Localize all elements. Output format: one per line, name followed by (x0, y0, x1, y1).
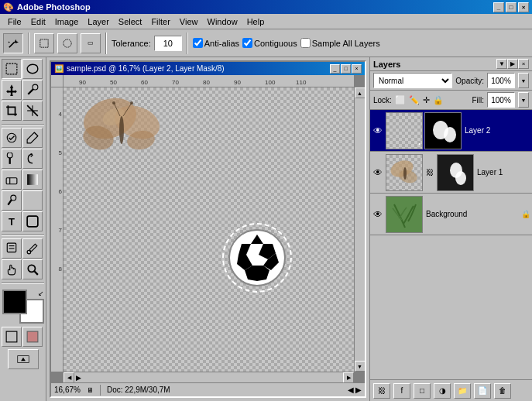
layer-new-btn[interactable]: 📄 (474, 383, 491, 399)
opacity-input[interactable] (487, 73, 515, 88)
svg-marker-30 (21, 358, 26, 361)
layer-mask-btn[interactable]: □ (414, 383, 431, 399)
switch-colors-icon[interactable]: ↙ (38, 290, 44, 297)
antialias-checkbox[interactable] (193, 38, 203, 48)
sample-all-checkbox[interactable] (300, 38, 311, 48)
menu-window[interactable]: Window (203, 15, 242, 28)
single-column-btn[interactable]: ▭ (81, 33, 101, 53)
layer-item-2[interactable]: 👁 • Layer 2 (370, 110, 532, 152)
menu-image[interactable]: Image (50, 15, 84, 28)
doc-close[interactable]: × (352, 64, 362, 74)
text-tool[interactable]: T (2, 211, 22, 231)
eraser-tool[interactable] (2, 170, 22, 190)
layers-menu-btn[interactable]: ▶ (507, 59, 518, 69)
rect-marquee-btn[interactable] (34, 33, 54, 53)
layers-collapse-btn[interactable]: ▼ (496, 59, 507, 69)
menu-select[interactable]: Select (114, 15, 147, 28)
menu-file[interactable]: File (3, 15, 26, 28)
prev-btn[interactable]: ◀ (348, 386, 354, 394)
foreground-color[interactable] (2, 290, 27, 314)
lock-label: Lock: (373, 96, 392, 105)
options-toolbar: ✦ ▭ Tolerance: Anti-alias Contiguous Sam… (0, 29, 532, 57)
menu-help[interactable]: Help (242, 15, 269, 28)
scroll-up-btn[interactable]: ▲ (355, 87, 366, 98)
color-picker[interactable]: ↙ (2, 290, 44, 324)
opacity-arrow[interactable]: ▼ (518, 73, 529, 88)
tolerance-input[interactable] (154, 36, 182, 51)
layer-2-thumbnail: • (386, 112, 423, 149)
layer-item-1[interactable]: 👁 ⛓ Layer 1 (370, 152, 532, 194)
quick-mask-mode[interactable] (22, 327, 43, 347)
menu-filter[interactable]: Filter (146, 15, 174, 28)
magic-wand-tool[interactable]: ✦ (3, 33, 23, 53)
scrollbar-horizontal[interactable]: ◀ ▶ ▶ (63, 372, 354, 382)
doc-maximize[interactable]: □ (341, 64, 351, 74)
layers-close-btn[interactable]: × (518, 59, 529, 69)
contiguous-label: Contiguous (254, 39, 297, 48)
svg-point-40 (130, 101, 133, 105)
move-tool[interactable] (2, 80, 22, 100)
fill-arrow[interactable]: ▼ (518, 92, 529, 108)
dodge-tool[interactable] (2, 190, 22, 211)
layer-trash-btn[interactable]: 🗑 (494, 383, 511, 399)
minimize-button[interactable]: _ (493, 2, 504, 12)
canvas[interactable] (63, 87, 354, 372)
layer-link-btn[interactable]: ⛓ (373, 383, 390, 399)
lock-transparent-icon[interactable]: ⬜ (395, 95, 406, 105)
lock-position-icon[interactable]: ✛ (423, 95, 430, 105)
standard-mode[interactable] (2, 327, 22, 347)
fill-input[interactable] (487, 92, 515, 108)
scroll-right-btn[interactable]: ▶ (343, 372, 354, 383)
close-button[interactable]: × (518, 2, 529, 12)
ruler-vertical: 4 5 6 7 8 (51, 87, 63, 372)
history-brush[interactable] (22, 149, 43, 169)
separator-2 (105, 33, 107, 54)
scroll-left-btn[interactable]: ◀ (63, 372, 74, 383)
lock-all-icon[interactable]: 🔒 (433, 95, 444, 105)
zoom-tool[interactable] (22, 259, 43, 279)
shape-tool[interactable] (22, 211, 43, 231)
layer-adjustment-btn[interactable]: ◑ (434, 383, 451, 399)
scroll-down-btn[interactable]: ▼ (355, 361, 366, 372)
lock-paint-icon[interactable]: ✏️ (409, 95, 420, 105)
center-area: 🖼️ sample.psd @ 16,7% (Layer 2, Layer Ma… (46, 57, 369, 401)
layer-fx-btn[interactable]: f (393, 383, 410, 399)
eyedropper-tool[interactable] (22, 238, 43, 259)
lock-row: Lock: ⬜ ✏️ ✛ 🔒 Fill: ▼ (370, 91, 532, 110)
screen-mode[interactable] (8, 349, 39, 369)
marquee-tool[interactable] (2, 59, 22, 79)
status-icon: 🖥 (87, 386, 94, 394)
svg-rect-21 (7, 243, 15, 252)
layer-group-btn[interactable]: 📁 (454, 383, 471, 399)
hand-tool[interactable] (2, 259, 22, 279)
document-title: sample.psd @ 16,7% (Layer 2, Layer Mask/… (67, 64, 329, 73)
magic-wand-tool-box[interactable] (22, 80, 43, 100)
ellipse-marquee-btn[interactable] (57, 33, 77, 53)
menu-view[interactable]: View (175, 15, 203, 28)
gradient-tool[interactable] (22, 170, 43, 190)
layer-2-eye[interactable]: 👁 (372, 125, 384, 137)
brush-tool[interactable] (22, 128, 43, 148)
menu-layer[interactable]: Layer (83, 15, 114, 28)
clone-stamp[interactable] (2, 149, 22, 169)
soccer-ball-layer (226, 227, 288, 289)
notes-tool[interactable] (2, 238, 22, 259)
healing-brush[interactable] (2, 128, 22, 148)
pen-tool[interactable] (22, 190, 43, 211)
background-eye[interactable]: 👁 (372, 208, 384, 221)
svg-point-25 (28, 265, 35, 272)
doc-minimize[interactable]: _ (330, 64, 340, 74)
contiguous-checkbox[interactable] (242, 38, 252, 48)
svg-line-12 (34, 132, 38, 136)
layer-1-eye[interactable]: 👁 (372, 166, 384, 179)
crop-tool[interactable] (2, 101, 22, 121)
maximize-button[interactable]: □ (506, 2, 517, 12)
scrollbar-vertical[interactable]: ▲ ▼ (354, 87, 365, 372)
next-btn[interactable]: ▶ (355, 386, 362, 394)
layer-item-background[interactable]: 👁 Background 🔒 (370, 194, 532, 235)
slice-tool[interactable] (22, 101, 43, 121)
menu-edit[interactable]: Edit (26, 15, 50, 28)
blend-mode-select[interactable]: Normal Multiply Screen (373, 73, 452, 88)
lasso-tool[interactable] (22, 59, 43, 79)
play-btn[interactable]: ▶ (76, 374, 81, 382)
